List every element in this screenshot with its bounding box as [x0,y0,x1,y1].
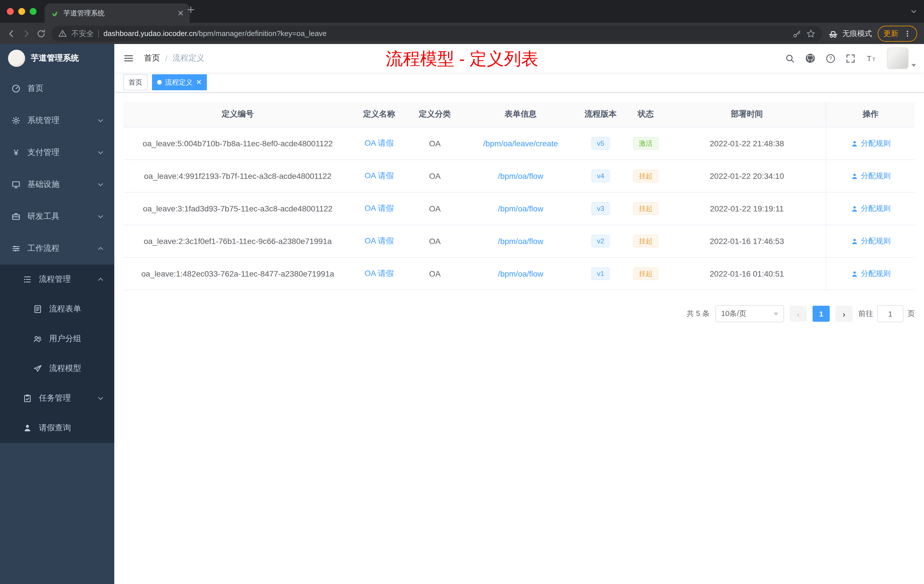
sidebar-item-infrastructure[interactable]: 基础设施 [0,168,114,201]
definition-id: oa_leave:4:991f2193-7b7f-11ec-a3c8-acde4… [124,172,352,181]
sidebar-item-task-management[interactable]: 任务管理 [0,383,114,413]
new-tab-button[interactable] [186,5,195,14]
help-icon[interactable]: ? [826,53,835,63]
security-label: 不安全 [71,28,94,39]
close-window-button[interactable] [7,8,14,15]
users-icon [33,334,42,343]
sidebar-item-leave-query[interactable]: 请假查询 [0,413,114,443]
column-header: 流程版本 [578,109,624,119]
current-page-button[interactable]: 1 [813,306,830,322]
logo-avatar [8,50,25,67]
fullscreen-icon[interactable] [846,53,855,63]
reload-icon[interactable] [36,29,46,38]
version-tag: v4 [591,170,610,182]
assign-rule-link[interactable]: 分配规则 [851,138,891,148]
browser-navigation-bar: 不安全 dashboard.yudao.iocoder.cn/bpm/manag… [0,23,924,44]
document-icon [33,305,42,314]
chevron-down-icon [97,117,104,124]
sidebar-item-home[interactable]: 首页 [0,73,114,105]
browser-menu-icon[interactable] [903,30,911,38]
assign-rule-link[interactable]: 分配规则 [851,203,891,214]
tags-view-bar: 首页 流程定义 ✕ [114,73,924,92]
assign-rule-link[interactable]: 分配规则 [851,236,891,246]
form-info-link[interactable]: /bpm/oa/leave/create [483,139,558,148]
version-tag: v3 [591,202,610,215]
definition-id: oa_leave:5:004b710b-7b8a-11ec-8ef0-acde4… [124,139,352,148]
definition-id: oa_leave:1:482ec033-762a-11ec-8477-a2380… [124,269,352,278]
tab-search-caret-icon[interactable] [910,8,917,15]
incognito-label: 无痕模式 [842,28,872,39]
definition-name-link[interactable]: OA 请假 [365,203,394,213]
tab-title: 芋道管理系统 [63,8,173,18]
status-badge: 挂起 [633,170,658,182]
user-avatar-menu[interactable] [887,48,916,69]
definition-name-link[interactable]: OA 请假 [365,171,394,180]
goto-page-input[interactable] [877,305,903,322]
page-size-select[interactable]: 10条/页 [715,305,784,322]
sidebar-item-user-group[interactable]: 用户分组 [0,324,114,354]
yen-icon: ¥ [12,148,21,157]
avatar[interactable] [887,48,909,69]
svg-text:?: ? [829,55,832,61]
definition-category: OA [406,269,464,278]
address-bar[interactable]: 不安全 dashboard.yudao.iocoder.cn/bpm/manag… [51,25,822,41]
workflow-icon [12,244,21,253]
forward-icon[interactable] [22,29,31,38]
column-header: 表单信息 [464,109,578,119]
person-icon [851,172,858,180]
sidebar-item-process-form[interactable]: 流程表单 [0,294,114,324]
column-header: 定义名称 [352,109,406,119]
form-info-link[interactable]: /bpm/oa/flow [498,204,543,213]
assign-rule-link[interactable]: 分配规则 [851,171,891,181]
breadcrumb-home[interactable]: 首页 [144,53,160,63]
version-tag: v5 [591,137,610,150]
sidebar-item-workflow[interactable]: 工作流程 [0,233,114,265]
password-key-icon[interactable] [792,29,802,38]
active-dot [157,80,162,84]
next-page-button[interactable]: › [835,306,853,322]
tab-close-icon[interactable]: ✕ [177,9,184,17]
definition-id: oa_leave:3:1fad3d93-7b75-11ec-a3c8-acde4… [124,204,352,213]
tag-close-icon[interactable]: ✕ [196,79,202,86]
form-info-link[interactable]: /bpm/oa/flow [498,172,543,181]
sidebar-item-process-management[interactable]: 流程管理 [0,265,114,294]
goto-label: 前往 [858,308,873,319]
app-logo[interactable]: 芋道管理系统 [0,44,114,73]
chrome-update-button[interactable]: 更新 [878,25,917,41]
search-icon[interactable] [785,53,795,63]
omnibox-divider [98,30,99,38]
tag-home[interactable]: 首页 [124,74,147,90]
assign-rule-link[interactable]: 分配规则 [851,269,891,279]
definition-name-link[interactable]: OA 请假 [365,138,394,147]
sidebar-toggle-icon[interactable] [114,53,134,63]
sidebar-item-payment[interactable]: ¥ 支付管理 [0,137,114,168]
table-row: oa_leave:4:991f2193-7b7f-11ec-a3c8-acde4… [124,160,915,193]
svg-text:T: T [867,54,871,63]
url-text: dashboard.yudao.iocoder.cn/bpm/manager/d… [104,29,327,38]
version-tag: v1 [591,267,610,280]
definition-name-link[interactable]: OA 请假 [365,269,394,278]
font-size-icon[interactable]: TT [866,53,876,63]
form-info-link[interactable]: /bpm/oa/flow [498,237,543,246]
zoom-window-button[interactable] [30,8,36,15]
browser-tab[interactable]: 芋道管理系统 ✕ [45,3,190,23]
form-info-link[interactable]: /bpm/oa/flow [498,269,543,278]
person-icon [851,140,858,147]
column-header: 定义编号 [124,109,352,119]
github-icon[interactable] [805,53,815,63]
minimize-window-button[interactable] [18,8,25,15]
bookmark-star-icon[interactable] [806,29,815,38]
tag-process-definition[interactable]: 流程定义 ✕ [152,74,207,90]
caret-down-icon [911,64,916,67]
back-icon[interactable] [7,29,16,38]
sidebar-item-devtools[interactable]: 研发工具 [0,201,114,233]
chevron-up-icon [97,245,104,252]
chevron-down-icon [774,312,778,315]
prev-page-button[interactable]: ‹ [790,306,807,322]
svg-text:T: T [872,57,875,62]
total-count: 共 5 条 [686,308,710,319]
sidebar-item-system[interactable]: 系统管理 [0,105,114,137]
sidebar-item-process-model[interactable]: 流程模型 [0,354,114,383]
person-icon [23,424,32,432]
definition-name-link[interactable]: OA 请假 [365,236,394,245]
